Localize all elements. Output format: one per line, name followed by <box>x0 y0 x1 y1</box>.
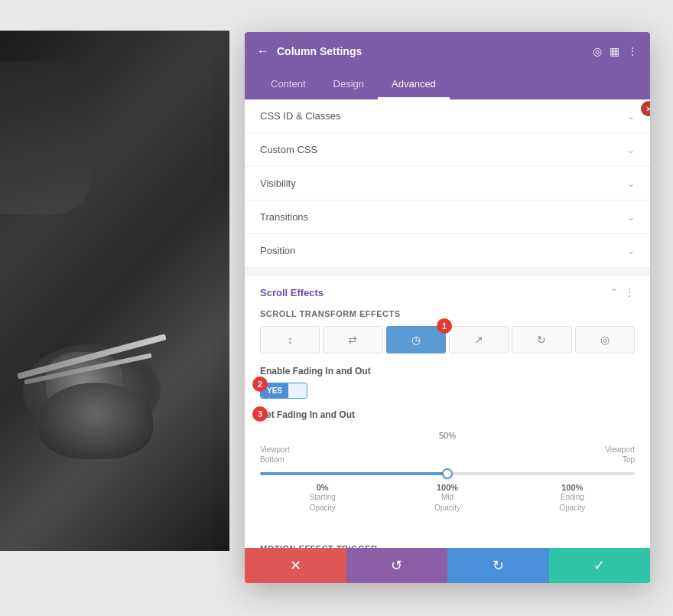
mid-opacity: 100% MidOpacity <box>385 483 509 513</box>
tab-content[interactable]: Content <box>257 70 320 99</box>
fading-slider-container: 50% ViewportBottom ViewportTop <box>260 431 635 536</box>
transform-btn-fade[interactable]: ◷ <box>386 326 446 354</box>
fading-section: 3 Set Fading In and Out 50% ViewportBott… <box>260 409 635 536</box>
opacity-values-row: 0% StartingOpacity 100% MidOpacity 100% … <box>260 483 635 513</box>
transform-rotate-wrapper: ↗ <box>449 326 509 354</box>
enable-fading-row: Enable Fading In and Out 2 YES <box>260 366 635 399</box>
save-icon: ✓ <box>593 557 605 574</box>
section-css-id-classes[interactable]: CSS ID & Classes ⌄ <box>245 99 650 133</box>
slider-thumb[interactable] <box>442 468 453 479</box>
scroll-effects-more-icon[interactable]: ⋮ <box>624 286 635 298</box>
chevron-down-icon: ⌄ <box>627 145 635 155</box>
transform-btn-rotate[interactable]: ↗ <box>449 326 509 354</box>
scroll-effects-section: Scroll Effects ⌃ ⋮ Scroll Transform Effe… <box>245 275 650 548</box>
reset-button[interactable]: ↺ <box>346 548 448 583</box>
slider-percent-label: 50% <box>260 431 635 440</box>
ending-opacity: 100% EndingOpacity <box>510 483 635 513</box>
scroll-effects-title: Scroll Effects <box>260 287 323 298</box>
transform-btn-vertical[interactable]: ↕ <box>260 326 320 354</box>
starting-opacity-label: StartingOpacity <box>260 492 385 513</box>
redo-icon: ↻ <box>493 557 504 574</box>
panel-title: Column Settings <box>277 45 593 57</box>
mid-opacity-value: 100% <box>385 483 509 492</box>
tab-design[interactable]: Design <box>320 70 378 99</box>
more-icon[interactable]: ⋮ <box>627 45 638 57</box>
column-settings-panel: ✕ ← Column Settings ◎ ▦ ⋮ Content Design… <box>245 32 650 583</box>
back-icon[interactable]: ← <box>257 44 269 58</box>
panel-content: CSS ID & Classes ⌄ Custom CSS ⌄ Visibili… <box>245 99 650 548</box>
chevron-up-icon[interactable]: ⌃ <box>610 287 618 298</box>
redo-button[interactable]: ↻ <box>447 548 549 583</box>
transform-btn-horizontal[interactable]: ⇄ <box>323 326 382 354</box>
header-actions: ◎ ▦ ⋮ <box>593 45 638 57</box>
starting-opacity: 0% StartingOpacity <box>260 483 385 513</box>
tab-advanced[interactable]: Advanced <box>378 70 450 99</box>
reset-icon: ↺ <box>391 557 402 574</box>
mid-opacity-label: MidOpacity <box>385 492 509 513</box>
chevron-down-icon: ⌄ <box>627 111 635 122</box>
badge-2: 2 <box>252 376 268 392</box>
badge-3: 3 <box>252 406 268 422</box>
section-custom-css[interactable]: Custom CSS ⌄ <box>245 133 650 167</box>
transform-btn-refresh[interactable]: ↻ <box>512 326 571 354</box>
transform-refresh-wrapper: ↻ <box>512 326 571 354</box>
viewport-bottom-label: ViewportBottom <box>260 445 290 464</box>
ending-opacity-label: EndingOpacity <box>510 492 635 513</box>
scroll-effects-content: Scroll Transform Effects ↕ ⇄ ◷ 1 ↗ <box>245 309 650 548</box>
transform-horizontal-wrapper: ⇄ <box>323 326 382 354</box>
chevron-down-icon: ⌄ <box>627 212 635 223</box>
cancel-button[interactable]: ✕ <box>245 548 346 583</box>
enable-fading-label: Enable Fading In and Out <box>260 366 635 376</box>
fading-slider-track[interactable] <box>260 472 635 475</box>
starting-opacity-value: 0% <box>260 483 385 492</box>
slider-fill <box>260 472 447 475</box>
scroll-effects-actions: ⌃ ⋮ <box>610 286 635 298</box>
transform-buttons-group: ↕ ⇄ ◷ 1 ↗ ↻ <box>260 326 635 354</box>
cancel-icon: ✕ <box>290 557 301 574</box>
badge-1: 1 <box>437 318 452 334</box>
ending-opacity-value: 100% <box>510 483 635 492</box>
fading-section-label: 3 Set Fading In and Out <box>260 409 635 420</box>
chevron-down-icon: ⌄ <box>627 178 635 189</box>
section-position[interactable]: Position ⌄ <box>245 234 650 268</box>
transform-opacity-wrapper: ◎ <box>575 326 635 354</box>
viewport-labels-top: ViewportBottom ViewportTop <box>260 445 635 464</box>
transform-fade-wrapper: ◷ 1 <box>386 326 446 354</box>
section-transitions[interactable]: Transitions ⌄ <box>245 200 650 234</box>
target-icon[interactable]: ◎ <box>593 45 602 57</box>
columns-icon[interactable]: ▦ <box>610 45 619 57</box>
save-button[interactable]: ✓ <box>549 548 651 583</box>
tab-bar: Content Design Advanced <box>245 70 650 99</box>
toggle-area: 2 YES <box>260 383 635 399</box>
transform-vertical-wrapper: ↕ <box>260 326 320 354</box>
background-photo <box>0 31 229 551</box>
viewport-top-label: ViewportTop <box>605 445 635 464</box>
scroll-effects-header: Scroll Effects ⌃ ⋮ <box>245 275 650 309</box>
transform-effects-label: Scroll Transform Effects <box>260 309 635 318</box>
bottom-toolbar: ✕ ↺ ↻ ✓ <box>245 548 650 583</box>
toggle-no-button[interactable] <box>288 383 307 398</box>
chevron-down-icon: ⌄ <box>627 246 635 256</box>
panel-header: ← Column Settings ◎ ▦ ⋮ <box>245 32 650 70</box>
transform-btn-opacity[interactable]: ◎ <box>575 326 635 354</box>
section-visibility[interactable]: Visibility ⌄ <box>245 167 650 200</box>
